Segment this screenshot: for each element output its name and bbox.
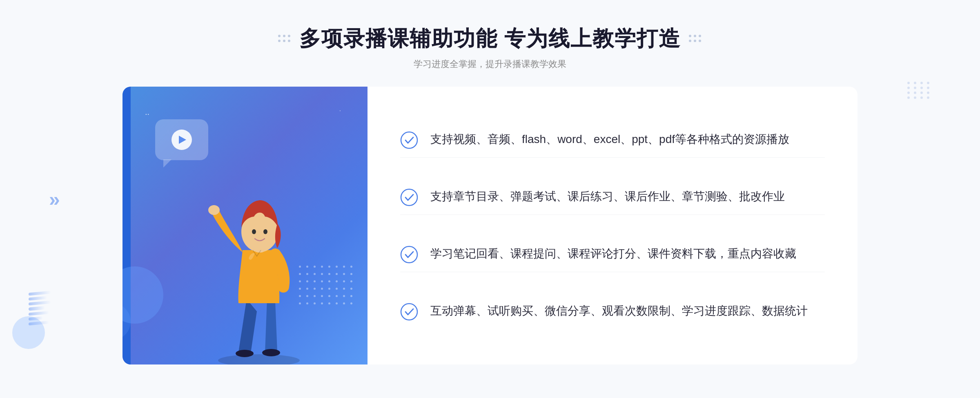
svg-point-1 <box>236 350 254 357</box>
sparkle-left-icon: ·· <box>145 109 149 119</box>
content-area: ·· · <box>122 87 858 364</box>
check-icon-3 <box>400 246 418 264</box>
features-card: 支持视频、音频、flash、word、excel、ppt、pdf等各种格式的资源… <box>368 87 858 364</box>
svg-point-8 <box>401 132 417 148</box>
feature-item-4: 互动弹幕、试听购买、微信分享、观看次数限制、学习进度跟踪、数据统计 <box>400 294 825 329</box>
feature-text-3: 学习笔记回看、课程提问、课程评论打分、课件资料下载，重点内容收藏 <box>430 245 796 263</box>
play-triangle <box>179 136 186 144</box>
svg-point-6 <box>252 229 256 234</box>
feature-item-1: 支持视频、音频、flash、word、excel、ppt、pdf等各种格式的资源… <box>400 122 825 158</box>
character-illustration <box>189 152 328 364</box>
svg-point-3 <box>208 205 220 215</box>
illustration-card: ·· · <box>122 87 368 364</box>
left-navigation-chevron[interactable]: » <box>49 188 60 210</box>
right-dots-grid <box>907 82 931 99</box>
header-dots-left <box>278 35 291 43</box>
play-button-icon <box>172 130 192 150</box>
feature-item-3: 学习笔记回看、课程提问、课程评论打分、课件资料下载，重点内容收藏 <box>400 237 825 272</box>
page-title: 多项录播课辅助功能 专为线上教学打造 <box>299 25 681 53</box>
header-dots-right <box>689 35 702 43</box>
sparkle-right-icon: · <box>339 107 341 114</box>
svg-point-11 <box>401 304 417 320</box>
header-section: 多项录播课辅助功能 专为线上教学打造 学习进度全掌握，提升录播课教学效果 <box>278 25 702 70</box>
page-subtitle: 学习进度全掌握，提升录播课教学效果 <box>278 58 702 70</box>
header-title-row: 多项录播课辅助功能 专为线上教学打造 <box>278 25 702 53</box>
svg-point-2 <box>262 349 280 356</box>
check-icon-1 <box>400 131 418 149</box>
check-icon-4 <box>400 303 418 321</box>
feature-text-2: 支持章节目录、弹题考试、课后练习、课后作业、章节测验、批改作业 <box>430 188 785 206</box>
svg-point-10 <box>401 246 417 263</box>
svg-point-7 <box>263 229 267 234</box>
deco-circle-bottom-left <box>12 316 45 349</box>
check-icon-2 <box>400 188 418 206</box>
page-container: 多项录播课辅助功能 专为线上教学打造 学习进度全掌握，提升录播课教学效果 ·· … <box>0 0 980 398</box>
feature-text-1: 支持视频、音频、flash、word、excel、ppt、pdf等各种格式的资源… <box>430 130 789 149</box>
svg-point-9 <box>401 189 417 206</box>
svg-point-0 <box>218 354 300 364</box>
feature-item-2: 支持章节目录、弹题考试、课后练习、课后作业、章节测验、批改作业 <box>400 179 825 215</box>
feature-text-4: 互动弹幕、试听购买、微信分享、观看次数限制、学习进度跟踪、数据统计 <box>430 302 808 320</box>
